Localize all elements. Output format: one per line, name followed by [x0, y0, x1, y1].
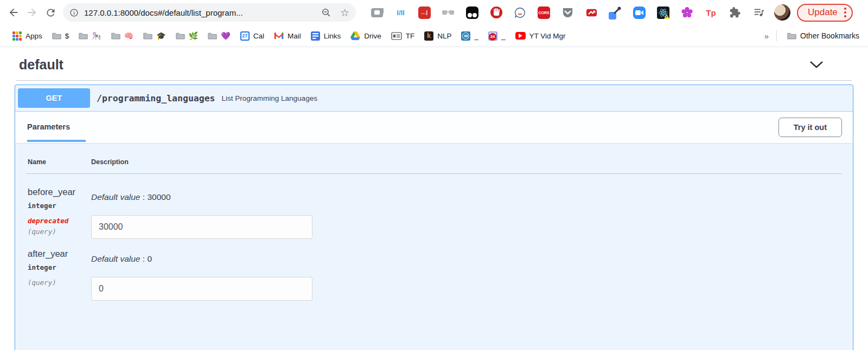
param-type: integer: [28, 202, 91, 210]
param-name: after_year: [28, 249, 91, 259]
table-row: after_year integer (query) Default value…: [26, 239, 842, 301]
zoom-camera-icon[interactable]: [633, 6, 646, 20]
folder-icon: [176, 32, 185, 40]
calendar-34-icon: 34: [488, 31, 497, 41]
folder-icon: [52, 32, 61, 40]
page-title: default: [19, 57, 63, 73]
links-icon: [311, 31, 320, 41]
param-name: before_year: [28, 187, 91, 197]
react-devtools-icon[interactable]: [656, 6, 670, 20]
bookmarks-separator: [776, 30, 777, 41]
adblock-hand-icon[interactable]: [489, 6, 503, 20]
folder-icon: [208, 32, 217, 40]
pocket-icon[interactable]: [561, 6, 575, 20]
youtube-icon: [515, 32, 526, 40]
table-row: before_year integer deprecated (query) D…: [26, 174, 842, 239]
section-divider: [16, 80, 852, 81]
bookmark-apps[interactable]: Apps: [8, 28, 47, 43]
before-year-input[interactable]: [91, 215, 312, 239]
tag-section-header[interactable]: default: [0, 47, 868, 79]
url-text[interactable]: 127.0.0.1:8000/docs#/default/list_progra…: [84, 8, 321, 17]
parameters-table: Name Description before_year integer dep…: [26, 153, 842, 301]
folder-icon: [787, 32, 796, 40]
parameters-body: Name Description before_year integer dep…: [15, 143, 853, 310]
param-location: (query): [28, 228, 91, 236]
bookmark-cal34[interactable]: 34 _: [483, 28, 510, 43]
bookmark-folder-dollar[interactable]: $: [47, 28, 74, 43]
bookmark-folder-purpleheart[interactable]: 💜: [203, 28, 235, 43]
param-default-value: Default value : 0: [91, 254, 842, 264]
back-button[interactable]: [4, 3, 23, 22]
param-type: integer: [28, 263, 91, 271]
gdrive-icon: [350, 31, 360, 40]
param-deprecated-badge: deprecated: [28, 217, 91, 225]
reload-button[interactable]: [41, 3, 60, 22]
bookmark-folder-carousel[interactable]: 🎠: [74, 28, 106, 43]
bookmark-calendar[interactable]: 27 Cal: [235, 28, 269, 43]
try-it-out-button[interactable]: Try it out: [778, 118, 842, 137]
http-method-badge: GET: [18, 88, 90, 108]
bookmarks-bar: Apps $ 🎠 🧠 🎓 🌿 💜 27 Cal Mail: [0, 25, 868, 47]
tampermonkey-tp-icon[interactable]: Tp: [704, 6, 718, 20]
wordpress-icon: W: [461, 31, 470, 41]
site-info-icon[interactable]: [69, 8, 79, 17]
puzzle-extensions-icon[interactable]: [728, 6, 742, 20]
bookmark-folder-gradcap[interactable]: 🎓: [138, 28, 170, 43]
glasses-icon[interactable]: [442, 6, 455, 20]
gcal-icon: 27: [240, 31, 250, 41]
browser-menu-icon[interactable]: [844, 8, 846, 17]
other-bookmarks[interactable]: Other Bookmarks: [782, 28, 860, 43]
bookmark-nlp[interactable]: k NLP: [419, 28, 456, 43]
screen-capture-icon[interactable]: [370, 6, 384, 20]
cors-icon[interactable]: CORS: [537, 6, 551, 20]
endpoint-summary-text: List Programming Languages: [222, 94, 317, 102]
description-column-header: Description: [91, 158, 129, 166]
dark-reader-icon[interactable]: [465, 6, 479, 20]
get-endpoint-block: GET /programming_languages List Programm…: [15, 85, 853, 350]
bookmarks-overflow-chevron[interactable]: »: [762, 31, 771, 41]
flower-icon[interactable]: [680, 6, 694, 20]
folder-icon: [111, 32, 120, 40]
browser-toolbar: 127.0.0.1:8000/docs#/default/list_progra…: [0, 0, 868, 25]
lastpass-icon[interactable]: ...|: [418, 6, 431, 20]
extensions-row: I/II ...|: [370, 6, 765, 20]
bookmark-drive[interactable]: Drive: [346, 28, 386, 43]
zoom-out-icon[interactable]: [321, 8, 331, 18]
tf-card-icon: [391, 32, 402, 40]
update-button[interactable]: Update: [797, 4, 853, 22]
music-playlist-icon[interactable]: [752, 6, 765, 20]
folder-icon: [143, 32, 152, 40]
address-bar[interactable]: 127.0.0.1:8000/docs#/default/list_progra…: [63, 3, 356, 22]
bookmark-mail[interactable]: Mail: [269, 28, 306, 43]
split-bars-icon[interactable]: I/II: [394, 6, 407, 20]
chat-bubble-icon[interactable]: [513, 6, 527, 20]
swagger-docs-page: default GET /programming_languages List …: [0, 47, 868, 350]
bookmark-folder-brain[interactable]: 🧠: [106, 28, 138, 43]
bookmark-yt-vid-mgr[interactable]: YT Vid Mgr: [510, 28, 571, 43]
bookmark-wordpress[interactable]: W _: [456, 28, 483, 43]
folder-icon: [79, 32, 88, 40]
apps-grid-icon: [12, 31, 22, 41]
tab-parameters[interactable]: Parameters: [27, 113, 86, 142]
redirect-arrow-icon[interactable]: [585, 6, 598, 20]
bookmark-tf[interactable]: TF: [386, 28, 420, 43]
gmail-icon: [274, 32, 284, 40]
chevron-down-icon[interactable]: [809, 61, 824, 69]
param-location: (query): [28, 278, 91, 287]
keras-icon: k: [424, 31, 433, 41]
param-default-value: Default value : 30000: [91, 192, 842, 202]
update-label: Update: [808, 7, 838, 18]
parameters-section-header: Parameters Try it out: [15, 112, 853, 143]
endpoint-path: /programming_languages: [97, 93, 215, 103]
bookmark-folder-herb[interactable]: 🌿: [171, 28, 203, 43]
endpoint-summary-row[interactable]: GET /programming_languages List Programm…: [15, 85, 853, 112]
bookmark-star-icon[interactable]: ☆: [340, 8, 349, 18]
forward-button[interactable]: [23, 3, 41, 22]
parameters-table-header: Name Description: [26, 153, 842, 174]
name-column-header: Name: [28, 158, 91, 166]
bookmark-links[interactable]: Links: [306, 28, 346, 43]
profile-avatar[interactable]: [774, 4, 790, 21]
color-picker-icon[interactable]: [609, 6, 622, 20]
after-year-input[interactable]: [91, 277, 312, 301]
